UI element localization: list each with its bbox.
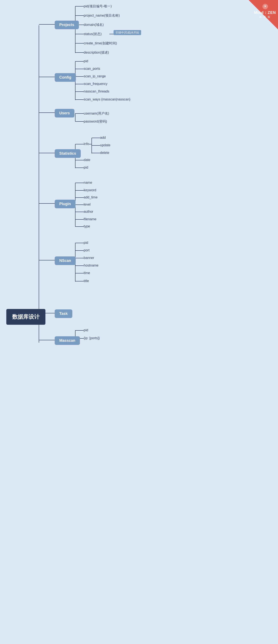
leaf-scan-ports: scan_ports (84, 67, 100, 70)
leaf-description: description(描述) (84, 50, 109, 55)
leaf-pid-nscan: pid (84, 241, 88, 245)
node-nscan: NScan (55, 256, 76, 265)
leaf-date: date (84, 158, 90, 162)
leaf-pid-projects: pid(项目编号-唯一) (84, 4, 112, 8)
leaf-ip-ports: {ip: [ports]} (84, 336, 100, 340)
leaf-domain: domain(域名) (84, 23, 104, 27)
leaf-project-name: project_name(项目名称) (84, 14, 120, 18)
leaf-scan-ways: scan_ways {masscan|nasscan} (84, 98, 130, 101)
leaf-pid-stats: pid (84, 166, 88, 170)
node-masscan: Masscan (55, 336, 80, 345)
leaf-banner: banner (84, 256, 94, 260)
watermark-content: ✕ Mind：ZEN 试 用 版 (254, 4, 276, 19)
leaf-filename: filename (84, 217, 96, 221)
brand-close-icon: ✕ (262, 4, 268, 9)
status-badge: 扫描中|完成|未开始 (114, 30, 141, 35)
node-config: Config (55, 73, 76, 82)
leaf-port: port (84, 248, 90, 252)
leaf-delete: delete (100, 151, 109, 155)
leaf-title: title (84, 279, 89, 283)
node-statistics: Statistics (55, 149, 81, 158)
leaf-nasscan-threads: nasscan_threads (84, 90, 109, 93)
leaf-pid-masscan: pid (84, 328, 88, 332)
leaf-create-time: create_time(创建时间) (84, 41, 117, 46)
node-users: Users (55, 109, 74, 118)
leaf-name: name (84, 181, 92, 184)
leaf-add: add (100, 136, 106, 140)
leaf-level: level (84, 202, 91, 206)
leaf-add-time: add_time (84, 196, 98, 199)
leaf-time: time (84, 271, 90, 275)
leaf-type: type (84, 224, 90, 228)
leaf-keyword: keyword (84, 188, 96, 192)
leaf-info: info (84, 142, 89, 146)
leaf-usernam: usernam(用户名) (84, 112, 109, 116)
leaf-password: password(密码) (84, 120, 107, 124)
leaf-scan-frequency: scan_frequency (84, 82, 107, 86)
leaf-author: author (84, 210, 93, 214)
brand-name: Mind：ZEN (254, 10, 276, 15)
leaf-update: update (100, 143, 110, 147)
node-task: Task (55, 310, 72, 318)
node-plugin: Plugin (55, 200, 76, 208)
leaf-pid-config: pid (84, 59, 88, 63)
leaf-status: status(状态) (84, 32, 102, 36)
leaf-scan-ip-range: scan_ip_range (84, 74, 106, 78)
brand-sub: 试 用 版 (254, 15, 276, 18)
leaf-hostname: hostname (84, 264, 98, 267)
root-node: 数据库设计 (6, 309, 46, 325)
node-projects: Projects (55, 20, 79, 29)
